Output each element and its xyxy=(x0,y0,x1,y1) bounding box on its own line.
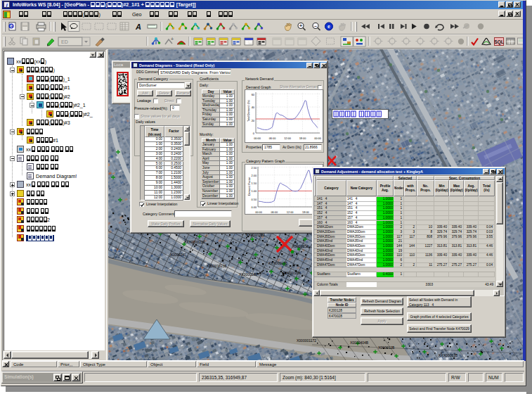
svg-text:X30000023B: X30000023B xyxy=(207,264,228,268)
svg-text:06:00: 06:00 xyxy=(269,136,277,140)
svg-text:2.00: 2.00 xyxy=(252,174,257,177)
svg-text:06:00: 06:00 xyxy=(271,210,278,214)
svg-text:0.00: 0.00 xyxy=(252,206,257,209)
svg-text:XXX00012B: XXX00012B xyxy=(439,353,458,357)
svg-text:12:00: 12:00 xyxy=(284,136,292,140)
svg-text:SQL: SQL xyxy=(494,39,503,45)
svg-text:1.50: 1.50 xyxy=(252,182,257,185)
svg-text:0.50: 0.50 xyxy=(252,198,257,201)
svg-text:Demand Factor: Demand Factor xyxy=(248,177,251,196)
svg-text:18:00: 18:00 xyxy=(302,210,310,214)
svg-text:A: A xyxy=(135,23,141,31)
svg-text:2.50: 2.50 xyxy=(252,167,257,170)
svg-text:X3X000208: X3X000208 xyxy=(283,271,301,275)
svg-text:e: e xyxy=(10,23,13,28)
svg-text:X000001172: X000001172 xyxy=(297,338,316,343)
svg-text:ED: ED xyxy=(61,39,68,44)
svg-text:XX0000188: XX0000188 xyxy=(239,272,257,277)
svg-text:XXX000165: XXX000165 xyxy=(268,261,287,265)
svg-text:18:00: 18:00 xyxy=(299,136,307,140)
svg-text:+: + xyxy=(299,23,302,28)
svg-text:+: + xyxy=(171,37,174,42)
svg-text:00:00: 00:00 xyxy=(255,210,263,214)
svg-text:XXX0000230: XXX0000230 xyxy=(184,240,205,244)
svg-text:X000012B: X000012B xyxy=(378,345,395,350)
svg-text:X0000404B: X0000404B xyxy=(350,341,369,345)
svg-text:12:00: 12:00 xyxy=(287,210,294,214)
svg-text:00:00: 00:00 xyxy=(314,136,322,140)
svg-text:00:00: 00:00 xyxy=(254,136,261,140)
svg-text:X0000240: X0000240 xyxy=(170,253,186,257)
svg-text:–: – xyxy=(314,23,317,28)
svg-text:1.00: 1.00 xyxy=(252,190,257,193)
svg-text:Total Demand (l/s): Total Demand (l/s) xyxy=(247,99,250,122)
svg-text:e: e xyxy=(327,24,330,29)
svg-text:X0000150: X0000150 xyxy=(292,244,309,248)
